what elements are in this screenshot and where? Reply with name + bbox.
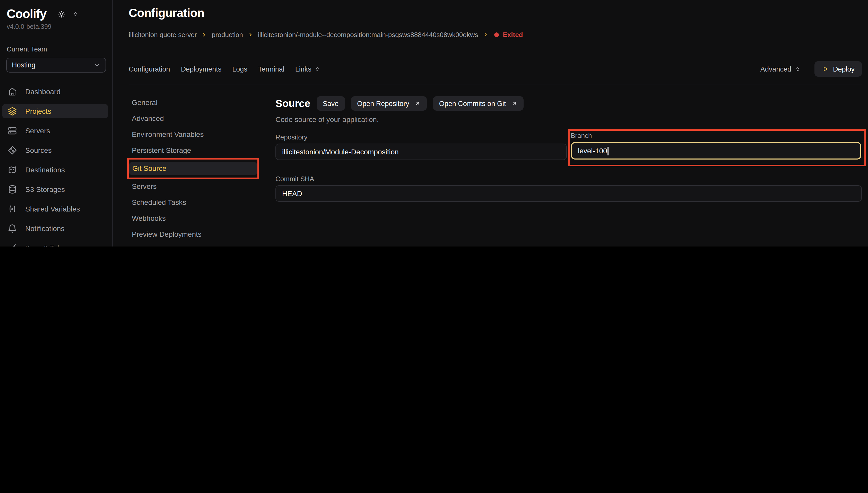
- breadcrumb-item[interactable]: illicitestonion/-module--decomposition:m…: [258, 31, 478, 39]
- arrow-up-right-icon: [415, 100, 421, 107]
- main-area: Configuration illicitonion quote serverp…: [113, 0, 868, 246]
- sidebar-header: Coolify: [0, 7, 112, 21]
- save-button[interactable]: Save: [317, 96, 345, 111]
- sidebar-item-label: Dashboard: [25, 87, 61, 96]
- breadcrumb-item[interactable]: production: [212, 31, 243, 39]
- key-icon: [8, 243, 17, 246]
- source-panel: Source Save Open Repository Open Commits…: [275, 96, 862, 202]
- commit-sha-field: Commit SHA: [275, 175, 862, 202]
- branch-label: Branch: [571, 132, 861, 140]
- sidebar-item-dashboard[interactable]: Dashboard: [2, 84, 108, 99]
- annotation-box-branch: Branch level-100: [568, 129, 866, 166]
- team-select[interactable]: Hosting: [6, 58, 106, 72]
- chevrons-up-down-icon: [314, 66, 321, 72]
- arrow-up-right-icon: [511, 100, 517, 107]
- sidebar-item-label: Notifications: [25, 224, 65, 233]
- sidebar: Coolify v4.0.0-beta.399 Current Team Hos…: [0, 0, 113, 246]
- sidebar-item-label: S3 Storages: [25, 185, 65, 193]
- tab-bar: ConfigurationDeploymentsLogsTerminalLink…: [129, 61, 862, 84]
- app-version: v4.0.0-beta.399: [0, 23, 112, 30]
- tab-links[interactable]: Links: [295, 65, 321, 73]
- annotation-box-git-source: Git Source: [127, 158, 259, 179]
- sidebar-item-label: Keys & Tokens: [25, 244, 73, 246]
- status-badge: Exited: [494, 31, 523, 39]
- page-title: Configuration: [129, 6, 862, 20]
- commit-sha-input[interactable]: [275, 185, 862, 202]
- deploy-button[interactable]: Deploy: [814, 61, 862, 77]
- breadcrumb-item[interactable]: illicitonion quote server: [129, 31, 197, 39]
- branch-field: Branch level-100: [571, 132, 861, 159]
- subnav-item-servers[interactable]: Servers: [129, 180, 257, 193]
- play-icon: [822, 65, 829, 72]
- sidebar-item-shared-variables[interactable]: Shared Variables: [2, 202, 108, 216]
- sidebar-item-servers[interactable]: Servers: [2, 124, 108, 138]
- sidebar-item-destinations[interactable]: Destinations: [2, 163, 108, 177]
- subnav-item-advanced[interactable]: Advanced: [129, 112, 257, 125]
- braces-x-icon: [8, 204, 17, 214]
- section-title: Source: [275, 98, 311, 109]
- sidebar-nav: DashboardProjectsServersSourcesDestinati…: [0, 84, 112, 246]
- layers-icon: [8, 107, 17, 116]
- breadcrumb: illicitonion quote serverproductionillic…: [129, 31, 862, 39]
- branch-input[interactable]: level-100: [571, 142, 861, 159]
- open-repository-button[interactable]: Open Repository: [351, 96, 427, 111]
- advanced-dropdown[interactable]: Advanced: [760, 65, 801, 73]
- chevron-right-icon: [248, 32, 253, 38]
- tab-deployments[interactable]: Deployments: [181, 65, 221, 73]
- sidebar-item-s3-storages[interactable]: S3 Storages: [2, 182, 108, 197]
- repository-field: Repository: [275, 133, 567, 166]
- sidebar-item-label: Shared Variables: [25, 205, 80, 213]
- server-icon: [8, 126, 17, 135]
- open-commits-button[interactable]: Open Commits on Git: [433, 96, 524, 111]
- subnav-item-scheduled-tasks[interactable]: Scheduled Tasks: [129, 196, 257, 209]
- sidebar-item-label: Servers: [25, 127, 50, 135]
- chevrons-up-down-icon: [795, 66, 801, 72]
- team-select-value: Hosting: [12, 61, 36, 69]
- database-icon: [8, 185, 17, 194]
- sidebar-item-notifications[interactable]: Notifications: [2, 221, 108, 236]
- sidebar-item-keys-tokens[interactable]: Keys & Tokens: [2, 241, 108, 246]
- repository-input[interactable]: [275, 144, 567, 160]
- tab-logs[interactable]: Logs: [232, 65, 247, 73]
- config-subnav: GeneralAdvancedEnvironment VariablesPers…: [129, 96, 257, 246]
- chevron-right-icon: [483, 32, 488, 38]
- sidebar-item-label: Sources: [25, 146, 52, 154]
- chevron-right-icon: [201, 32, 207, 38]
- status-label: Exited: [503, 31, 523, 39]
- repository-label: Repository: [275, 133, 567, 141]
- tab-configuration[interactable]: Configuration: [129, 65, 170, 73]
- status-dot-icon: [494, 33, 499, 37]
- sidebar-item-projects[interactable]: Projects: [2, 104, 108, 119]
- commit-sha-label: Commit SHA: [275, 175, 862, 183]
- app-logo: Coolify: [7, 7, 46, 21]
- git-source-icon: [8, 146, 17, 155]
- theme-chevrons-up-down-icon[interactable]: [72, 10, 79, 17]
- theme-sun-icon[interactable]: [58, 10, 65, 18]
- subnav-item-healthcheck[interactable]: Healthcheck: [129, 244, 257, 246]
- source-form: Repository Branch level-100: [275, 133, 862, 202]
- tab-terminal[interactable]: Terminal: [258, 65, 284, 73]
- subnav-item-preview-deployments[interactable]: Preview Deployments: [129, 228, 257, 241]
- current-team-label: Current Team: [0, 45, 112, 53]
- subnav-item-persistent-storage[interactable]: Persistent Storage: [129, 144, 257, 157]
- sidebar-item-sources[interactable]: Sources: [2, 143, 108, 157]
- subnav-item-environment-variables[interactable]: Environment Variables: [129, 128, 257, 141]
- subnav-item-webhooks[interactable]: Webhooks: [129, 212, 257, 225]
- home-icon: [8, 87, 17, 96]
- bell-icon: [8, 224, 17, 233]
- map-icon: [8, 165, 17, 174]
- section-description: Code source of your application.: [275, 115, 862, 124]
- text-cursor: [608, 146, 609, 155]
- subnav-item-general[interactable]: General: [129, 96, 257, 109]
- subnav-item-git-source[interactable]: Git Source: [129, 162, 257, 175]
- sidebar-item-label: Destinations: [25, 166, 65, 174]
- chevron-down-icon: [94, 62, 100, 68]
- sidebar-item-label: Projects: [25, 107, 51, 115]
- app-window: Coolify v4.0.0-beta.399 Current Team Hos…: [0, 0, 868, 246]
